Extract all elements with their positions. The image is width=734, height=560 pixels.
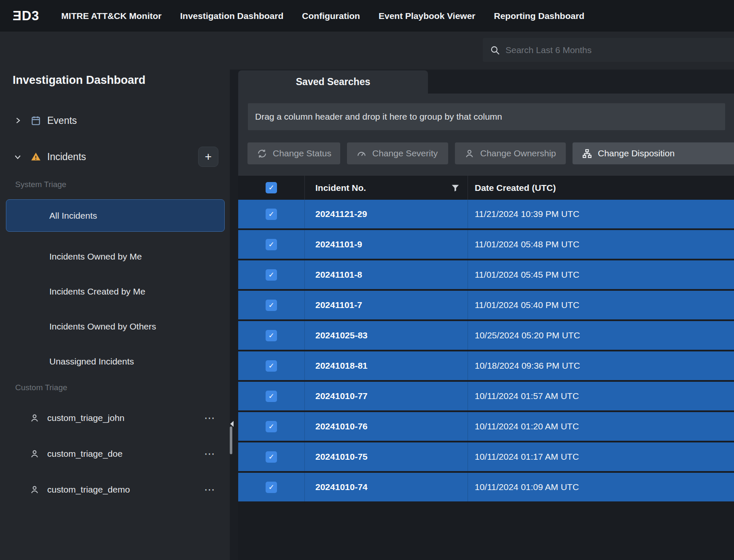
row-checkbox[interactable]: ✓ bbox=[266, 209, 277, 220]
incident-row[interactable]: ✓ 20241101-7 11/01/2024 05:40 PM UTC bbox=[238, 291, 734, 319]
incident-no-cell: 20241010-75 bbox=[305, 442, 468, 471]
date-created: 11/01/2024 05:48 PM UTC bbox=[475, 239, 579, 249]
top-navbar: ƎD3 MITRE ATT&CK Monitor Investigation D… bbox=[0, 0, 734, 32]
date-created-cell: 11/01/2024 05:45 PM UTC bbox=[468, 260, 734, 289]
date-created-cell: 10/11/2024 01:20 AM UTC bbox=[468, 412, 734, 441]
custom-triage-label: Custom Triage bbox=[15, 383, 230, 392]
custom-triage-name: custom_triage_demo bbox=[47, 485, 130, 495]
row-checkbox-cell: ✓ bbox=[238, 382, 305, 410]
bulk-actions-toolbar: Change Status Change Severity Change Own… bbox=[247, 142, 734, 164]
incident-row[interactable]: ✓ 20241010-76 10/11/2024 01:20 AM UTC bbox=[238, 412, 734, 441]
group-by-drop-zone[interactable]: Drag a column header and drop it here to… bbox=[248, 103, 725, 130]
row-checkbox[interactable]: ✓ bbox=[266, 391, 277, 402]
date-created: 10/11/2024 01:57 AM UTC bbox=[475, 391, 579, 401]
date-created: 11/01/2024 05:45 PM UTC bbox=[475, 270, 579, 280]
date-created: 10/11/2024 01:17 AM UTC bbox=[475, 452, 579, 462]
more-options-icon[interactable]: ⋯ bbox=[204, 484, 216, 495]
incident-no-cell: 20241010-77 bbox=[305, 382, 468, 410]
date-created: 10/11/2024 01:09 AM UTC bbox=[475, 482, 579, 492]
sidebar-collapse-handle[interactable] bbox=[230, 421, 234, 427]
sidebar-item-custom-triage-demo[interactable]: custom_triage_demo ⋯ bbox=[30, 480, 216, 500]
row-checkbox-cell: ✓ bbox=[238, 442, 305, 471]
row-checkbox[interactable]: ✓ bbox=[266, 269, 277, 281]
incident-row[interactable]: ✓ 20241121-29 11/21/2024 10:39 PM UTC bbox=[238, 200, 734, 228]
global-search[interactable] bbox=[483, 38, 734, 62]
change-severity-label: Change Severity bbox=[372, 148, 438, 158]
row-checkbox[interactable]: ✓ bbox=[266, 239, 277, 250]
date-created-cell: 11/01/2024 05:40 PM UTC bbox=[468, 291, 734, 319]
incident-no: 20241025-83 bbox=[315, 330, 368, 340]
more-options-icon[interactable]: ⋯ bbox=[204, 413, 216, 423]
nav-configuration[interactable]: Configuration bbox=[302, 11, 360, 21]
column-header-incident-no[interactable]: Incident No. bbox=[305, 176, 468, 200]
filter-icon[interactable] bbox=[451, 183, 460, 193]
chevron-down-icon[interactable] bbox=[13, 152, 23, 162]
change-ownership-button[interactable]: Change Ownership bbox=[455, 142, 566, 164]
sidebar-item-all-incidents[interactable]: All Incidents bbox=[6, 199, 225, 232]
row-checkbox-cell: ✓ bbox=[238, 321, 305, 350]
row-checkbox[interactable]: ✓ bbox=[266, 482, 277, 493]
nav-mitre-attck-monitor[interactable]: MITRE ATT&CK Monitor bbox=[61, 11, 161, 21]
change-status-button[interactable]: Change Status bbox=[247, 142, 340, 164]
row-checkbox[interactable]: ✓ bbox=[266, 360, 277, 372]
incident-no-cell: 20241025-83 bbox=[305, 321, 468, 350]
row-checkbox[interactable]: ✓ bbox=[266, 300, 277, 311]
column-header-date-created[interactable]: Date Created (UTC) bbox=[468, 176, 734, 200]
sidebar-scrollbar[interactable] bbox=[230, 426, 232, 454]
more-options-icon[interactable]: ⋯ bbox=[204, 448, 216, 459]
nav-reporting-dashboard[interactable]: Reporting Dashboard bbox=[494, 11, 585, 21]
incident-no: 20241101-7 bbox=[315, 300, 362, 310]
row-checkbox-cell: ✓ bbox=[238, 412, 305, 441]
row-checkbox[interactable]: ✓ bbox=[266, 330, 277, 341]
search-icon bbox=[489, 45, 500, 56]
date-created: 11/21/2024 10:39 PM UTC bbox=[475, 209, 579, 219]
incident-row[interactable]: ✓ 20241025-83 10/25/2024 05:20 PM UTC bbox=[238, 321, 734, 350]
incident-no: 20241018-81 bbox=[315, 361, 368, 371]
nav-investigation-dashboard[interactable]: Investigation Dashboard bbox=[180, 11, 283, 21]
select-all-checkbox[interactable]: ✓ bbox=[266, 182, 277, 193]
incident-no: 20241010-74 bbox=[315, 482, 368, 492]
sidebar-item-custom-triage-john[interactable]: custom_triage_john ⋯ bbox=[30, 408, 216, 428]
incident-no: 20241101-8 bbox=[315, 270, 362, 280]
sidebar-item-incidents-owned-by-me[interactable]: Incidents Owned by Me bbox=[0, 247, 230, 267]
change-disposition-icon bbox=[582, 148, 592, 159]
row-checkbox[interactable]: ✓ bbox=[266, 451, 277, 463]
date-created-header-label: Date Created (UTC) bbox=[475, 183, 556, 193]
change-ownership-label: Change Ownership bbox=[480, 148, 556, 158]
nav-items: MITRE ATT&CK Monitor Investigation Dashb… bbox=[61, 11, 584, 21]
incident-row[interactable]: ✓ 20241101-8 11/01/2024 05:45 PM UTC bbox=[238, 260, 734, 289]
date-created-cell: 10/25/2024 05:20 PM UTC bbox=[468, 321, 734, 350]
chevron-right-icon[interactable] bbox=[13, 115, 23, 126]
sidebar-item-custom-triage-doe[interactable]: custom_triage_doe ⋯ bbox=[30, 444, 216, 464]
incidents-grid: ✓ Incident No. Date Created (UTC) ✓ 2024… bbox=[238, 176, 734, 560]
row-checkbox-cell: ✓ bbox=[238, 260, 305, 289]
sidebar-item-events[interactable]: Events bbox=[13, 110, 230, 131]
incident-row[interactable]: ✓ 20241101-9 11/01/2024 05:48 PM UTC bbox=[238, 230, 734, 259]
sidebar-item-incidents[interactable]: Incidents + bbox=[13, 145, 218, 169]
tab-saved-searches[interactable]: Saved Searches bbox=[238, 70, 428, 94]
incident-no-cell: 20241101-9 bbox=[305, 230, 468, 259]
change-status-label: Change Status bbox=[273, 148, 331, 158]
sidebar-item-incidents-owned-by-others[interactable]: Incidents Owned by Others bbox=[0, 316, 230, 337]
sidebar-item-incidents-created-by-me[interactable]: Incidents Created by Me bbox=[0, 281, 230, 302]
d3-logo[interactable]: ƎD3 bbox=[13, 8, 39, 24]
nav-event-playbook-viewer[interactable]: Event Playbook Viewer bbox=[379, 11, 476, 21]
sidebar: Investigation Dashboard Events Incidents… bbox=[0, 32, 230, 560]
change-severity-button[interactable]: Change Severity bbox=[347, 142, 448, 164]
change-disposition-button[interactable]: Change Disposition bbox=[573, 142, 734, 164]
incidents-label: Incidents bbox=[47, 151, 86, 163]
row-checkbox[interactable]: ✓ bbox=[266, 421, 277, 432]
person-icon bbox=[30, 413, 40, 423]
incident-no-header-label: Incident No. bbox=[315, 183, 366, 193]
incident-row[interactable]: ✓ 20241010-75 10/11/2024 01:17 AM UTC bbox=[238, 442, 734, 471]
incident-row[interactable]: ✓ 20241010-77 10/11/2024 01:57 AM UTC bbox=[238, 382, 734, 410]
search-input[interactable] bbox=[505, 45, 731, 55]
change-ownership-icon bbox=[464, 148, 475, 159]
incident-row[interactable]: ✓ 20241010-74 10/11/2024 01:09 AM UTC bbox=[238, 473, 734, 501]
row-checkbox-cell: ✓ bbox=[238, 351, 305, 380]
incident-row[interactable]: ✓ 20241018-81 10/18/2024 09:36 PM UTC bbox=[238, 351, 734, 380]
incident-no-cell: 20241101-8 bbox=[305, 260, 468, 289]
sidebar-item-unassigned-incidents[interactable]: Unassigned Incidents bbox=[0, 351, 230, 372]
main-area: Saved Searches Drag a column header and … bbox=[230, 70, 734, 560]
add-incident-button[interactable]: + bbox=[198, 147, 218, 167]
